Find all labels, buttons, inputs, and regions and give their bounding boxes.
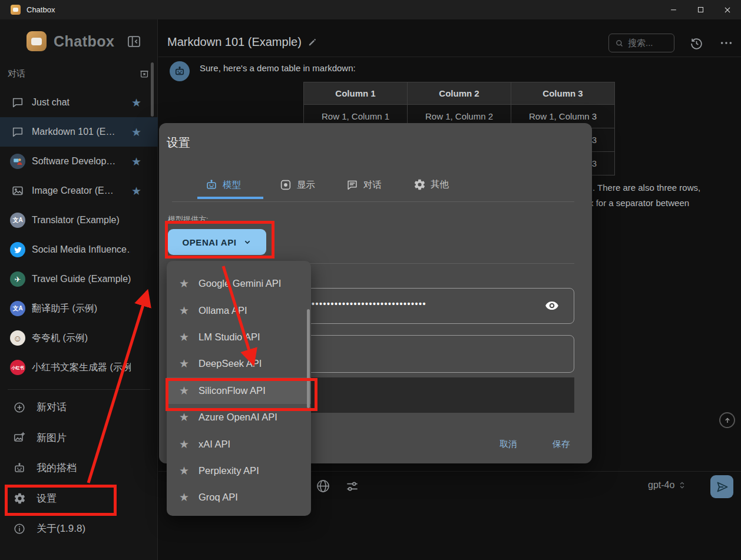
dropdown-item[interactable]: ★Groq API <box>167 484 311 511</box>
page-title: Markdown 101 (Example) <box>167 35 317 49</box>
cancel-button[interactable]: 取消 <box>499 439 517 450</box>
model-provider-label: 模型提供方: <box>168 214 209 225</box>
star-icon[interactable]: ★ <box>131 184 141 198</box>
tab-model[interactable]: 模型 <box>205 178 241 191</box>
provider-dropdown-menu: ★Google Gemini API★Ollama API★LM Studio … <box>167 261 311 516</box>
conversation-item[interactable]: Just chat★ <box>0 88 158 117</box>
edit-title-icon[interactable] <box>307 37 317 47</box>
dropdown-item-label: DeepSeek API <box>199 358 262 369</box>
header-divider <box>158 57 741 57</box>
sidebar-divider <box>8 389 150 390</box>
dropdown-item[interactable]: ★Google Gemini API <box>167 270 311 297</box>
message-fragment-line2: x for a separator between <box>589 198 689 208</box>
web-browsing-icon[interactable] <box>315 478 331 494</box>
conversation-label: Image Creator (E… <box>32 185 114 196</box>
gear-icon <box>413 178 426 191</box>
conversation-label: Just chat <box>32 97 70 108</box>
chatbox-logo-icon <box>27 31 47 51</box>
conversation-item[interactable]: ✈Travel Guide (Example) <box>0 264 158 294</box>
tab-other[interactable]: 其他 <box>413 178 449 191</box>
app-icon <box>11 5 21 15</box>
chevron-down-icon <box>243 237 252 247</box>
sidebar-menu-item[interactable]: 新对话 <box>0 392 158 423</box>
menu-item-label: 新对话 <box>37 400 67 414</box>
star-icon[interactable]: ★ <box>131 96 141 110</box>
dropdown-item[interactable]: ★DeepSeek API <box>167 350 311 377</box>
dropdown-item[interactable]: ★Perplexity API <box>167 458 311 484</box>
settings-tabs: 模型显示对话其他 <box>159 174 592 197</box>
conversation-label: 夸夸机 (示例) <box>32 332 88 344</box>
select-arrows-icon <box>678 480 686 491</box>
dropdown-item-label: SiliconFlow API <box>199 385 266 396</box>
maximize-button[interactable] <box>687 0 714 19</box>
conversation-item[interactable]: Markdown 101 (E…★ <box>0 117 158 147</box>
sidebar-scrollbar[interactable] <box>151 62 154 117</box>
clear-conversations-icon[interactable] <box>138 68 150 79</box>
dropdown-item[interactable]: ★Ollama API <box>167 297 311 323</box>
message-fragment-line1: . There are also three rows, <box>593 183 700 193</box>
info-icon <box>12 521 27 536</box>
table-header-cell: Column 3 <box>511 82 615 105</box>
minimize-button[interactable] <box>660 0 687 19</box>
model-provider-select[interactable]: OPENAI API <box>168 229 266 255</box>
conversation-list: Just chat★Markdown 101 (E…★Software Deve… <box>0 88 158 382</box>
sidebar-menu-item[interactable]: 关于(1.9.8) <box>0 513 158 544</box>
star-icon: ★ <box>179 438 192 451</box>
dropdown-item-label: Perplexity API <box>199 465 259 476</box>
dropdown-item[interactable]: ★xAI API <box>167 430 311 457</box>
conversation-item[interactable]: Image Creator (E…★ <box>0 176 158 206</box>
gear-icon <box>12 491 27 506</box>
twitter-avatar-icon <box>10 242 25 257</box>
table-header-cell: Column 1 <box>304 82 408 105</box>
dropdown-item-label: LM Studio API <box>199 332 260 343</box>
travel-avatar-icon: ✈ <box>10 271 25 287</box>
titlebar: Chatbox <box>0 0 741 19</box>
close-button[interactable] <box>714 0 741 19</box>
tab-display[interactable]: 显示 <box>279 178 315 191</box>
conversation-label: Software Develop… <box>32 156 115 167</box>
conversation-item[interactable]: 小红书小红书文案生成器 (示例) <box>0 353 158 382</box>
send-button[interactable] <box>710 475 733 498</box>
conversation-item[interactable]: Software Develop…★ <box>0 147 158 176</box>
conversation-item[interactable]: 文ATranslator (Example) <box>0 206 158 235</box>
dropdown-item-label: Azure OpenAI API <box>199 412 277 423</box>
history-icon[interactable] <box>689 36 704 51</box>
tabs-divider <box>172 201 574 202</box>
save-button[interactable]: 保存 <box>553 439 570 450</box>
toggle-visibility-eye-icon[interactable] <box>544 298 560 313</box>
star-icon[interactable]: ★ <box>131 125 141 139</box>
search-icon <box>614 38 624 48</box>
tune-settings-icon[interactable] <box>345 479 360 494</box>
search-input[interactable]: 搜索... <box>608 34 674 52</box>
tab-chat[interactable]: 对话 <box>346 178 382 191</box>
xiaohongshu-avatar-icon: 小红书 <box>10 360 25 375</box>
settings-dialog-title: 设置 <box>167 135 190 151</box>
conversation-item[interactable]: ☺夸夸机 (示例) <box>0 323 158 353</box>
active-tab-underline <box>197 197 263 199</box>
more-menu-icon[interactable] <box>720 39 733 47</box>
star-icon: ★ <box>179 464 192 478</box>
star-icon: ★ <box>179 330 192 344</box>
model-selector[interactable]: gpt-4o <box>648 480 686 491</box>
star-icon[interactable]: ★ <box>131 155 141 168</box>
sidebar-menu-item[interactable]: 新图片 <box>0 423 158 453</box>
conversation-item[interactable]: 文A翻译助手 (示例) <box>0 294 158 323</box>
robot-icon <box>205 178 218 191</box>
conversation-item[interactable]: Social Media Influence… <box>0 235 158 264</box>
chatbox-logo-text: Chatbox <box>54 33 115 50</box>
titlebar-app-name: Chatbox <box>27 5 55 14</box>
table-header-cell: Column 2 <box>408 82 511 105</box>
conversation-label: Social Media Influence… <box>32 244 131 255</box>
conversation-label: Travel Guide (Example) <box>32 274 131 284</box>
chat-bubble-icon <box>10 95 25 110</box>
dropdown-item[interactable]: ★Azure OpenAI API <box>167 404 311 430</box>
dropdown-item[interactable]: ★SiliconFlow API <box>167 377 311 404</box>
sidebar-menu-item[interactable]: 我的搭档 <box>0 453 158 483</box>
collapse-sidebar-icon[interactable] <box>126 34 142 49</box>
scroll-to-top-button[interactable] <box>719 412 735 428</box>
star-icon: ★ <box>179 304 192 317</box>
assistant-avatar <box>170 61 190 81</box>
sidebar-menu-item[interactable]: 设置 <box>0 483 158 514</box>
dropdown-item[interactable]: ★LM Studio API <box>167 324 311 350</box>
dropdown-scrollbar[interactable] <box>307 309 310 408</box>
